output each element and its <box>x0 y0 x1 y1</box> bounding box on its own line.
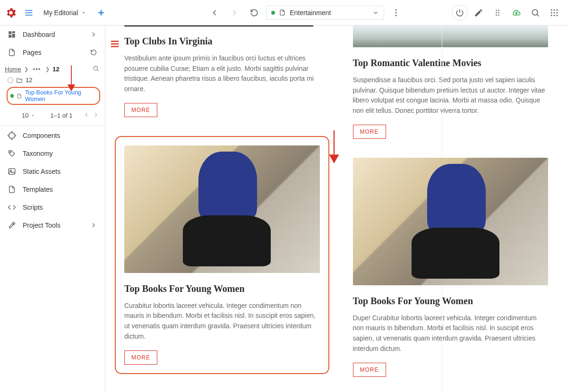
svg-point-9 <box>532 9 538 15</box>
selected-page-label: Top Books For Young Women <box>25 89 95 102</box>
context-page-pill[interactable]: Entertainment <box>266 6 384 20</box>
caret-down-icon <box>81 10 86 16</box>
context-label: Entertainment <box>290 9 331 17</box>
drag-handle-icon[interactable] <box>490 5 506 21</box>
topbar: My Editorial Entertainment <box>0 0 567 26</box>
breadcrumb-search[interactable] <box>93 65 99 73</box>
more-button[interactable]: MORE <box>353 125 386 139</box>
image-icon <box>8 167 16 176</box>
svg-point-16 <box>551 15 552 16</box>
svg-point-11 <box>554 9 555 10</box>
more-button[interactable]: MORE <box>124 350 157 365</box>
nav-taxonomy[interactable]: Taxonomy <box>0 145 105 162</box>
chevron-down-icon <box>372 9 379 16</box>
tag-icon <box>8 149 16 158</box>
hamburger-icon[interactable] <box>21 5 37 21</box>
svg-point-3 <box>496 9 497 11</box>
folder-icon <box>16 77 23 84</box>
nav-label: Pages <box>23 49 42 56</box>
nav-templates[interactable]: Templates <box>0 180 105 198</box>
more-button[interactable]: MORE <box>353 363 386 377</box>
chevron-icon: ❯ <box>45 66 50 72</box>
dashboard-icon <box>8 30 16 39</box>
breadcrumb-overflow[interactable]: ••• <box>31 66 43 73</box>
card-body: Suspendisse a faucibus orci. Sed porta j… <box>353 75 549 116</box>
nav-scripts[interactable]: Scripts <box>0 198 105 216</box>
more-button[interactable]: MORE <box>124 103 157 117</box>
svg-point-19 <box>94 66 97 70</box>
selected-page-pill[interactable]: Top Books For Young Women <box>7 87 100 105</box>
svg-point-0 <box>395 9 397 10</box>
project-name: My Editorial <box>43 9 78 17</box>
svg-point-5 <box>496 12 497 13</box>
svg-point-15 <box>556 12 558 13</box>
status-dot-icon <box>10 94 14 98</box>
pager-next[interactable] <box>93 111 99 119</box>
chevron-right-icon <box>90 31 97 38</box>
search-button[interactable] <box>527 5 543 21</box>
edit-button[interactable] <box>471 5 487 21</box>
pager-prev[interactable] <box>83 111 90 119</box>
annotation-arrow-content <box>327 130 341 165</box>
document-icon <box>17 93 22 99</box>
svg-point-8 <box>498 14 499 16</box>
card-body: Dupe! Curabitur lobortis laoreet vehicul… <box>353 313 549 354</box>
cloud-upload-icon[interactable] <box>508 5 524 21</box>
per-page-value: 10 <box>22 112 28 119</box>
topbar-right <box>452 5 562 21</box>
chevron-icon: ❯ <box>24 66 28 72</box>
card-title: Top Romantic Valentine Movies <box>353 58 549 68</box>
more-vert-button[interactable] <box>388 5 404 21</box>
svg-point-20 <box>10 152 11 153</box>
folder-count: 12 <box>26 77 32 84</box>
card-body: Vestibulum ante ipsum primis in faucibus… <box>124 53 320 94</box>
card-valentine: Top Romantic Valentine Movies Suspendiss… <box>353 58 549 139</box>
nav-forward-button[interactable] <box>226 5 242 21</box>
document-icon <box>8 48 16 57</box>
apps-grid-icon[interactable] <box>546 5 562 21</box>
svg-point-13 <box>551 12 552 13</box>
card-books-selected[interactable]: Top Books For Young Women Curabitur lobo… <box>115 136 329 374</box>
svg-point-14 <box>554 12 555 13</box>
card-title: Top Clubs In Virginia <box>124 36 320 47</box>
nav-dashboard[interactable]: Dashboard <box>0 26 105 43</box>
card-title: Top Books For Young Women <box>124 283 320 294</box>
reload-button[interactable] <box>246 5 262 21</box>
nav-components[interactable]: Components <box>0 127 105 145</box>
sidebar: Dashboard Pages Home ❯ ••• ❯ 12 12 <box>0 26 105 392</box>
project-picker[interactable]: My Editorial <box>41 7 89 18</box>
nav-label: Scripts <box>23 204 43 211</box>
nav-back-button[interactable] <box>206 5 223 21</box>
nav-project-tools[interactable]: Project Tools <box>0 216 105 234</box>
svg-point-10 <box>551 9 552 10</box>
nav-label: Dashboard <box>23 31 55 38</box>
svg-point-1 <box>395 12 397 13</box>
add-button[interactable] <box>93 5 109 21</box>
tree-folder-row[interactable]: 12 <box>0 75 105 85</box>
breadcrumb-home[interactable]: Home <box>5 66 21 73</box>
nav-pages[interactable]: Pages <box>0 43 105 61</box>
nav-label: Templates <box>23 186 53 193</box>
card-top-clubs: Top Clubs In Virginia Vestibulum ante ip… <box>124 36 320 117</box>
power-button[interactable] <box>452 5 468 21</box>
app-logo[interactable] <box>5 7 17 19</box>
svg-point-12 <box>556 9 558 10</box>
tools-icon <box>8 221 16 230</box>
nav-static-assets[interactable]: Static Assets <box>0 162 105 180</box>
annotation-arrow-sidebar <box>66 64 77 94</box>
svg-point-6 <box>498 12 499 13</box>
nav-label: Static Assets <box>23 168 60 175</box>
preview-menu-icon[interactable] <box>110 43 120 51</box>
radio-icon <box>8 77 13 83</box>
puzzle-icon <box>8 131 16 140</box>
svg-point-18 <box>556 15 558 16</box>
document-icon <box>279 9 286 16</box>
image-placeholder-top <box>124 26 313 26</box>
nav-label: Project Tools <box>23 222 60 229</box>
svg-point-2 <box>395 15 397 16</box>
breadcrumb-current: 12 <box>52 66 59 73</box>
chevron-right-icon <box>90 222 97 229</box>
per-page-select[interactable]: 10 <box>22 112 35 119</box>
refresh-icon[interactable] <box>90 49 97 56</box>
svg-point-7 <box>496 14 497 16</box>
